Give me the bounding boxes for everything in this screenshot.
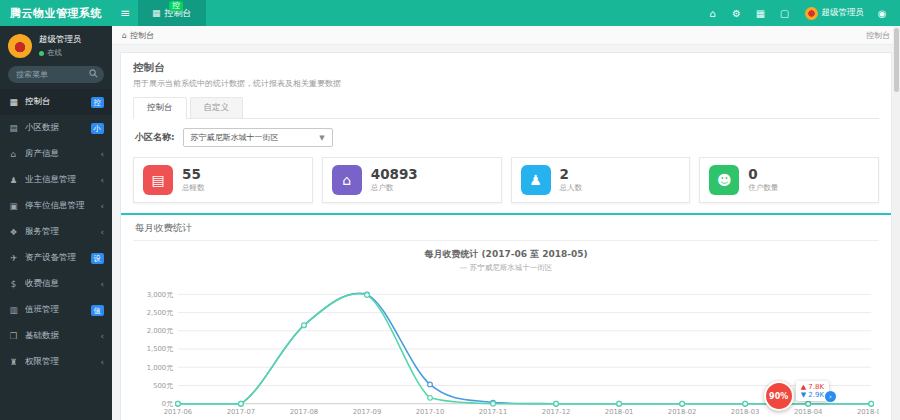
- chevron-left-icon: ‹: [100, 279, 104, 289]
- chevron-left-icon: ‹: [100, 331, 104, 341]
- sidebar-item-community-data[interactable]: ▤ 小区数据 小: [0, 115, 112, 141]
- sidebar-item-service-mgmt[interactable]: ❖ 服务管理 ‹: [0, 219, 112, 245]
- sidebar-user-name: 超级管理员: [39, 34, 82, 46]
- menu-badge: 控: [91, 97, 105, 108]
- stat-card: ☻ 0 住户数量: [699, 157, 879, 203]
- performance-monitor[interactable]: 90% ▲ 7.8K ▼ 2.9K ›: [764, 381, 836, 411]
- chart-subtitle: — 苏宁威尼斯水城十一街区: [133, 263, 879, 273]
- stat-card: ♟ 2 总人数: [511, 157, 691, 203]
- sidebar-item-asset-device-mgmt[interactable]: ✈ 资产设备管理 设: [0, 245, 112, 271]
- svg-text:2018-05: 2018-05: [857, 408, 879, 416]
- sidebar-menu: ▦ 控制台 控 ▤ 小区数据 小 ⌂ 房产信息 ‹ ♟ 业主信息管理 ‹ ▣ 停…: [0, 89, 112, 375]
- scrollbar[interactable]: [893, 26, 900, 420]
- plane-icon: ✈: [8, 253, 19, 263]
- svg-text:0元: 0元: [162, 400, 173, 408]
- stat-label: 总幢数: [182, 183, 205, 193]
- app-title: 腾云物业管理系统: [0, 0, 112, 26]
- community-select-value: 苏宁威尼斯水城十一街区: [191, 132, 279, 143]
- monitor-percent-badge[interactable]: 90%: [764, 381, 794, 411]
- hamburger-icon[interactable]: ≡: [112, 0, 138, 26]
- stat-card: ⌂ 40893 总户数: [322, 157, 502, 203]
- svg-text:2017-12: 2017-12: [542, 408, 571, 416]
- calendar-icon: ▥: [8, 305, 19, 315]
- svg-text:2017-06: 2017-06: [164, 408, 193, 416]
- up-arrow-icon: ▲: [801, 383, 806, 391]
- chevron-left-icon: ‹: [100, 201, 104, 211]
- breadcrumb-current[interactable]: 控制台: [130, 30, 154, 41]
- breadcrumb-right: 控制台: [866, 30, 890, 41]
- chevron-left-icon: ‹: [100, 227, 104, 237]
- user-icon: ☻: [709, 165, 739, 195]
- monitor-collapse-button[interactable]: ›: [825, 391, 836, 402]
- stat-value: 55: [182, 167, 205, 182]
- house-icon: ⌂: [8, 149, 19, 159]
- dashboard-icon: ▦: [8, 97, 19, 107]
- home-icon[interactable]: ⌂: [701, 8, 725, 19]
- grid-icon[interactable]: ▦: [749, 8, 773, 19]
- stat-value: 0: [748, 167, 778, 182]
- list-icon: ▤: [8, 123, 19, 133]
- sidebar: 超级管理员 在线 ▦ 控制台 控 ▤ 小区数据 小 ⌂ 房产信息 ‹ ♟ 业主信…: [0, 26, 112, 420]
- avatar[interactable]: [805, 7, 818, 20]
- svg-text:1,500元: 1,500元: [147, 345, 174, 353]
- lock-icon: ♜: [8, 357, 19, 367]
- stat-card: ▤ 55 总幢数: [133, 157, 313, 203]
- svg-text:2,000元: 2,000元: [147, 327, 174, 335]
- gear-icon[interactable]: ⚙: [725, 8, 749, 19]
- community-name-label: 小区名称:: [135, 131, 175, 144]
- home-icon: ⌂: [332, 165, 362, 195]
- stat-label: 总人数: [560, 183, 583, 193]
- sidebar-item-console[interactable]: ▦ 控制台 控: [0, 89, 112, 115]
- person-icon: ♟: [8, 175, 19, 185]
- chevron-down-icon: ▼: [319, 134, 324, 142]
- tab-console[interactable]: 控制台: [133, 97, 187, 119]
- navbar-user-name[interactable]: 超级管理员: [822, 7, 865, 19]
- menu-badge: 值: [91, 305, 105, 316]
- svg-text:2018-03: 2018-03: [731, 408, 760, 416]
- stat-value: 40893: [371, 167, 418, 182]
- data-icon: ❒: [8, 331, 19, 341]
- down-arrow-icon: ▼: [801, 391, 806, 399]
- community-select[interactable]: 苏宁威尼斯水城十一街区 ▼: [183, 128, 333, 147]
- stat-label: 住户数量: [748, 183, 778, 193]
- chevron-left-icon: ‹: [100, 149, 104, 159]
- card-icon: ▣: [8, 201, 19, 211]
- person-icon: ♟: [521, 165, 551, 195]
- tab-custom[interactable]: 自定义: [190, 97, 244, 118]
- sidebar-item-duty-mgmt[interactable]: ▥ 值班管理 值: [0, 297, 112, 323]
- dashboard-icon: ▦: [152, 8, 161, 18]
- svg-text:3,000元: 3,000元: [147, 291, 174, 299]
- main-area: ⌂ 控制台 控制台 控制台 用于展示当前系统中的统计数据，统计报表及相关重要数据…: [112, 26, 900, 420]
- chart-title: 每月收费统计 (2017-06 至 2018-05): [133, 248, 879, 261]
- power-icon[interactable]: ◉: [870, 8, 894, 19]
- page-title: 控制台: [133, 61, 879, 75]
- online-dot-icon: [39, 51, 44, 56]
- sidebar-item-property-info[interactable]: ⌂ 房产信息 ‹: [0, 141, 112, 167]
- stat-cards: ▤ 55 总幢数 ⌂ 40893 总户数 ♟ 2 总人数 ☻ 0 住户数量: [133, 157, 879, 203]
- sidebar-item-permission-mgmt[interactable]: ♜ 权限管理 ‹: [0, 349, 112, 375]
- svg-text:2017-07: 2017-07: [227, 408, 256, 416]
- building-icon: ▤: [143, 165, 173, 195]
- chevron-left-icon: ‹: [100, 175, 104, 185]
- console-panel: 控制台 用于展示当前系统中的统计数据，统计报表及相关重要数据 控制台自定义 小区…: [120, 52, 892, 420]
- panel-tabs: 控制台自定义: [133, 97, 879, 119]
- svg-text:1,000元: 1,000元: [147, 364, 174, 372]
- page-subtitle: 用于展示当前系统中的统计数据，统计报表及相关重要数据: [133, 78, 879, 89]
- sidebar-user-panel: 超级管理员 在线: [0, 26, 112, 64]
- svg-text:2017-11: 2017-11: [479, 408, 508, 416]
- stat-label: 总户数: [371, 183, 418, 193]
- sidebar-item-owner-info[interactable]: ♟ 业主信息管理 ‹: [0, 167, 112, 193]
- chevron-left-icon: ‹: [100, 357, 104, 367]
- menu-badge: 小: [91, 123, 105, 134]
- sidebar-item-parking-info[interactable]: ▣ 停车位信息管理 ‹: [0, 193, 112, 219]
- sidebar-item-base-data[interactable]: ❒ 基础数据 ‹: [0, 323, 112, 349]
- menu-badge: 设: [91, 253, 105, 264]
- scrollbar-thumb[interactable]: [894, 28, 899, 92]
- fullscreen-icon[interactable]: ▢: [773, 8, 797, 19]
- svg-text:2017-09: 2017-09: [353, 408, 382, 416]
- svg-text:2017-10: 2017-10: [416, 408, 445, 416]
- search-icon: [89, 69, 98, 80]
- sidebar-item-fee-info[interactable]: $ 收费信息 ‹: [0, 271, 112, 297]
- breadcrumb: ⌂ 控制台 控制台: [112, 26, 900, 45]
- tab-hotkey-badge: 控: [169, 1, 183, 11]
